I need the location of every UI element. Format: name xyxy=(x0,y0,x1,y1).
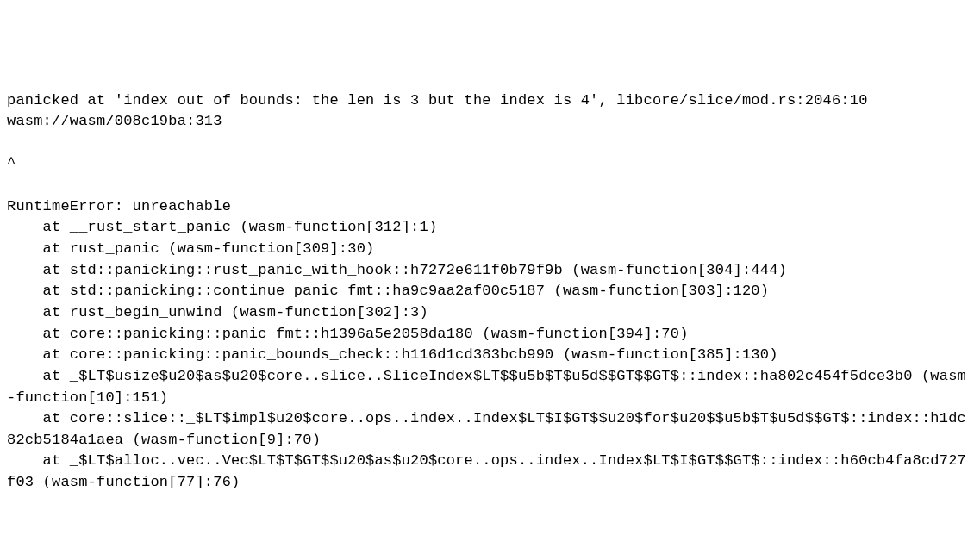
panic-message: panicked at 'index out of bounds: the le… xyxy=(7,92,868,109)
stack-frame: at rust_begin_unwind (wasm-function[302]… xyxy=(7,304,428,320)
stack-frame: at _$LT$alloc..vec..Vec$LT$T$GT$$u20$as$… xyxy=(7,452,966,490)
stack-frame: at _$LT$usize$u20$as$u20$core..slice..Sl… xyxy=(7,368,966,406)
stack-frame: at core::panicking::panic_bounds_check::… xyxy=(7,346,778,363)
wasm-source-location: wasm://wasm/008c19ba:313 xyxy=(7,113,222,129)
stack-frame: at std::panicking::continue_panic_fmt::h… xyxy=(7,283,769,299)
stack-frame: at rust_panic (wasm-function[309]:30) xyxy=(7,240,374,257)
stack-frame: at __rust_start_panic (wasm-function[312… xyxy=(7,219,437,235)
error-caret: ^ xyxy=(7,155,16,171)
terminal-output: panicked at 'index out of bounds: the le… xyxy=(7,90,967,494)
stack-frame: at std::panicking::rust_panic_with_hook:… xyxy=(7,262,787,278)
stack-frame: at core::slice::_$LT$impl$u20$core..ops.… xyxy=(7,410,966,448)
stack-frame: at core::panicking::panic_fmt::h1396a5e2… xyxy=(7,326,689,342)
runtime-error-header: RuntimeError: unreachable xyxy=(7,198,231,215)
